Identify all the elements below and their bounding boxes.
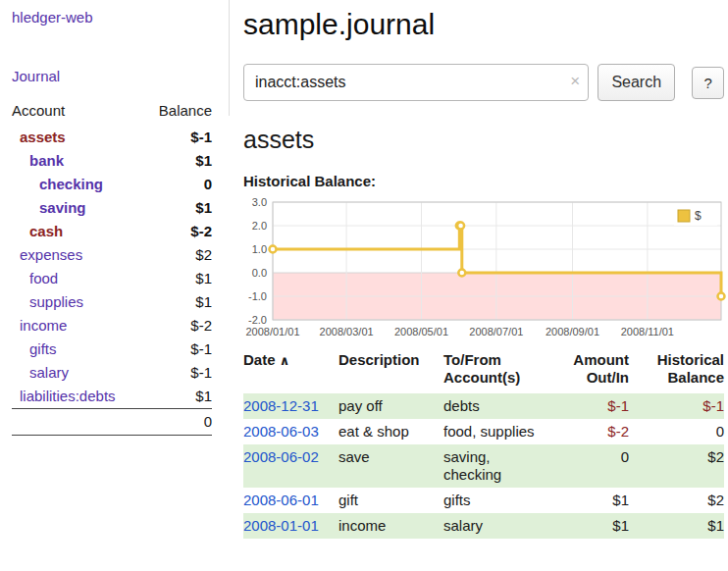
- balance-column-header-register: Historical Balance: [629, 349, 724, 393]
- account-row: liabilities:debts$1: [12, 385, 212, 409]
- transaction-date-link[interactable]: 2008-06-01: [243, 492, 319, 508]
- clear-search-icon[interactable]: ×: [570, 72, 580, 91]
- register-table: Date ∧ Description To/From Account(s) Am…: [243, 349, 724, 539]
- transaction-balance: $-1: [629, 393, 724, 419]
- main-content: sample.journal × Search ? assets Histori…: [243, 0, 724, 539]
- search-box: ×: [243, 64, 589, 101]
- search-bar: × Search ?: [243, 64, 724, 101]
- account-row: checking0: [12, 173, 212, 196]
- data-point-marker: [270, 246, 277, 253]
- date-cell: 2008-01-01: [243, 513, 338, 539]
- data-point-marker: [457, 223, 464, 230]
- balance-column-header: Balance: [144, 99, 212, 126]
- account-row: bank$1: [12, 149, 212, 173]
- sidebar-account-link[interactable]: income: [20, 317, 67, 334]
- account-balance: $-1: [144, 126, 212, 149]
- account-row: expenses$2: [12, 243, 212, 267]
- transaction-balance: $1: [629, 513, 724, 539]
- y-tick-label: 3.0: [252, 196, 267, 208]
- account-balance: $2: [144, 243, 212, 267]
- transaction-amount: $-2: [559, 419, 629, 444]
- transaction-date-link[interactable]: 2008-06-03: [243, 423, 319, 440]
- y-tick-label: -1.0: [248, 290, 267, 302]
- y-tick-label: 2.0: [252, 220, 267, 232]
- x-tick-label: 2008/11/01: [621, 326, 674, 337]
- data-point-marker: [458, 270, 465, 277]
- account-balance: $1: [144, 267, 212, 290]
- transaction-accounts: debts: [443, 393, 559, 419]
- transaction-balance: 0: [629, 419, 724, 444]
- sidebar-account-link[interactable]: saving: [39, 199, 86, 216]
- account-column-header: Account: [12, 99, 144, 126]
- transaction-date-link[interactable]: 2008-12-31: [243, 397, 319, 414]
- app-title-link[interactable]: hledger-web: [12, 9, 93, 26]
- date-cell: 2008-06-03: [243, 419, 338, 444]
- account-row: cash$-2: [12, 220, 212, 243]
- account-balance: 0: [144, 173, 212, 196]
- account-balance: $-2: [144, 220, 212, 243]
- sidebar-account-link[interactable]: cash: [29, 223, 63, 239]
- transaction-description: gift: [338, 488, 443, 513]
- sidebar-account-link[interactable]: supplies: [29, 293, 83, 310]
- account-balance: $-1: [144, 361, 212, 385]
- transaction-balance: $2: [629, 488, 724, 513]
- transaction-description: save: [338, 444, 443, 488]
- x-tick-label: 2008/05/01: [394, 326, 448, 337]
- register-row: 2008-12-31pay offdebts$-1$-1: [243, 393, 724, 419]
- account-balance: $1: [144, 290, 212, 314]
- transaction-description: pay off: [338, 393, 443, 419]
- sidebar-item-journal[interactable]: Journal: [12, 68, 60, 84]
- account-row: food$1: [12, 267, 212, 290]
- search-button[interactable]: Search: [598, 64, 675, 101]
- accounts-table: Account Balance assets$-1bank$1checking0…: [12, 99, 212, 436]
- y-tick-label: 0.0: [252, 267, 267, 279]
- account-row: gifts$-1: [12, 337, 212, 361]
- help-button[interactable]: ?: [692, 67, 724, 99]
- account-balance: $1: [144, 149, 212, 173]
- legend-swatch: [678, 210, 690, 222]
- x-tick-label: 2008/01/01: [245, 326, 299, 337]
- account-heading: assets: [243, 126, 724, 154]
- sidebar-account-link[interactable]: gifts: [29, 340, 57, 357]
- date-column-header[interactable]: Date ∧: [243, 349, 338, 393]
- legend-label: $: [695, 209, 702, 223]
- sidebar-account-link[interactable]: assets: [20, 129, 66, 145]
- register-row: 2008-01-01incomesalary$1$1: [243, 513, 724, 539]
- page-title: sample.journal: [243, 8, 724, 41]
- accounts-total-row: 0: [12, 409, 212, 436]
- accounts-header-row: Account Balance: [12, 99, 212, 126]
- sidebar-account-link[interactable]: bank: [29, 152, 64, 169]
- account-row: salary$-1: [12, 361, 212, 385]
- sidebar-account-link[interactable]: food: [29, 270, 58, 286]
- y-tick-label: 1.0: [252, 243, 267, 255]
- account-balance: $1: [144, 385, 212, 409]
- chart-heading: Historical Balance:: [243, 173, 724, 189]
- transaction-date-link[interactable]: 2008-01-01: [243, 517, 319, 534]
- amount-column-header: Amount Out/In: [559, 349, 629, 393]
- transaction-amount: $-1: [559, 393, 629, 419]
- accounts-total: 0: [12, 409, 212, 436]
- transaction-accounts: saving, checking: [443, 444, 559, 488]
- date-cell: 2008-06-02: [243, 444, 338, 488]
- date-cell: 2008-06-01: [243, 488, 338, 513]
- search-input[interactable]: [243, 64, 589, 101]
- register-header-row: Date ∧ Description To/From Account(s) Am…: [243, 349, 724, 393]
- sidebar-account-link[interactable]: expenses: [20, 246, 82, 263]
- y-tick-label: -2.0: [248, 314, 267, 326]
- register-row: 2008-06-01giftgifts$1$2: [243, 488, 724, 513]
- transaction-date-link[interactable]: 2008-06-02: [243, 448, 319, 465]
- x-tick-label: 2008/09/01: [546, 326, 599, 337]
- date-cell: 2008-12-31: [243, 393, 338, 419]
- x-tick-label: 2008/07/01: [469, 326, 523, 337]
- sidebar-divider: [229, 0, 230, 116]
- sidebar: hledger-web Journal Account Balance asse…: [12, 0, 220, 436]
- sidebar-account-link[interactable]: liabilities:debts: [20, 388, 116, 404]
- transaction-amount: 0: [559, 444, 629, 488]
- transaction-amount: $1: [559, 488, 629, 513]
- account-row: saving$1: [12, 196, 212, 220]
- account-balance: $-1: [144, 337, 212, 361]
- account-column-header-register: To/From Account(s): [443, 349, 559, 393]
- sidebar-account-link[interactable]: checking: [39, 176, 103, 192]
- sidebar-account-link[interactable]: salary: [29, 364, 69, 381]
- account-row: supplies$1: [12, 290, 212, 314]
